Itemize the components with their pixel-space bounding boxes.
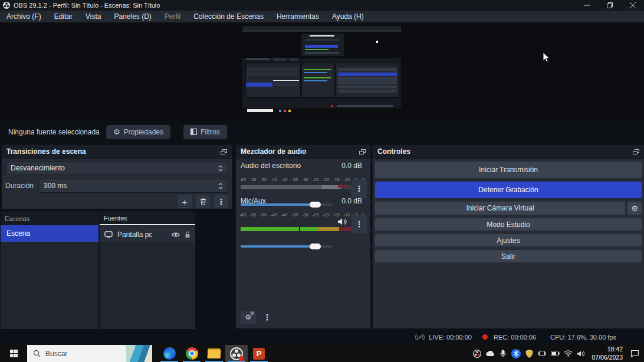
search-highlight-image[interactable] <box>126 345 152 362</box>
menu-archivo[interactable]: Archivo (F) <box>0 11 48 22</box>
menu-ayuda[interactable]: Ayuda (H) <box>326 11 370 22</box>
speaker-icon[interactable] <box>337 218 348 226</box>
source-name: Pantalla pc <box>117 231 167 239</box>
start-virtual-camera-button[interactable]: Iniciar Cámara Virtual <box>375 202 625 215</box>
menu-coleccion-escenas[interactable]: Colección de Escenas <box>187 11 270 22</box>
tick: -50 <box>260 177 267 182</box>
properties-button[interactable]: ⚙ Propiedades <box>106 125 170 139</box>
restore-button[interactable] <box>598 0 621 11</box>
tick: -45 <box>271 212 277 218</box>
popout-icon[interactable] <box>221 149 227 154</box>
scenes-header[interactable]: Escenas <box>1 212 98 225</box>
chevron-updown-icon[interactable] <box>218 165 223 172</box>
window-title: OBS 29.1.2 - Perfil: Sin Título - Escena… <box>14 2 160 9</box>
mute-speaker-icon[interactable] <box>337 182 348 190</box>
remove-transition-button[interactable] <box>196 195 210 208</box>
kebab-icon: ⋮ <box>355 185 363 193</box>
tick: -15 <box>333 177 340 182</box>
mic-channel-menu-button[interactable]: ⋮ <box>351 215 367 233</box>
menu-perfil[interactable]: Perfil <box>158 11 187 22</box>
add-transition-button[interactable]: + <box>178 195 192 208</box>
cpu-status: CPU: 17.6%, 30.00 fps <box>550 334 616 341</box>
mixer-header[interactable]: Mezclador de audio <box>236 145 370 159</box>
studio-mode-button[interactable]: Modo Estudio <box>375 218 642 231</box>
popout-icon[interactable] <box>633 149 639 154</box>
no-source-label: Ninguna fuente seleccionada <box>8 128 103 136</box>
taskbar-chrome-icon[interactable] <box>180 345 203 362</box>
menu-paneles[interactable]: Paneles (D) <box>108 11 158 22</box>
tray-capture-icon[interactable] <box>537 349 547 358</box>
kebab-icon: ⋮ <box>355 220 363 228</box>
tray-volume-icon[interactable] <box>576 349 586 358</box>
mic-audio-meter <box>241 227 362 231</box>
tray-onedrive-icon[interactable] <box>485 349 495 358</box>
taskbar-explorer-icon[interactable] <box>203 345 225 362</box>
action-center-icon[interactable] <box>630 349 639 358</box>
source-toolbar: Ninguna fuente seleccionada ⚙ Propiedade… <box>0 121 644 143</box>
eye-icon[interactable] <box>172 232 180 238</box>
menu-herramientas[interactable]: Herramientas <box>270 11 326 22</box>
sources-header[interactable]: Fuentes <box>100 212 195 225</box>
controls-header[interactable]: Controles <box>373 145 644 159</box>
tray-battery-icon[interactable] <box>550 349 560 358</box>
start-button[interactable] <box>0 345 27 362</box>
search-placeholder: Buscar <box>45 350 67 358</box>
taskbar-obs-icon[interactable] <box>225 345 248 362</box>
live-status: LIVE: 00:00:00 <box>429 334 472 341</box>
filters-label: Filtros <box>201 128 220 136</box>
tick: -35 <box>291 212 298 218</box>
advanced-audio-button[interactable]: ⚙ ⚙ <box>241 311 256 324</box>
preview-screen[interactable] <box>242 26 401 113</box>
broadcast-icon <box>415 334 425 341</box>
tick: -20 <box>323 177 329 182</box>
minimize-button[interactable] <box>575 0 598 11</box>
unlock-icon[interactable] <box>185 231 190 238</box>
mixer-menu-button[interactable]: ⋮ <box>262 311 272 324</box>
popout-icon[interactable] <box>359 149 366 154</box>
taskbar-powerpoint-icon[interactable]: P <box>248 345 270 362</box>
start-streaming-button[interactable]: Iniciar Transmisión <box>375 162 642 178</box>
tray-obs-icon[interactable] <box>472 349 482 358</box>
tick: -15 <box>333 212 340 218</box>
duration-spinbox[interactable]: 300 ms <box>38 179 228 193</box>
scene-name: Escena <box>6 229 30 238</box>
search-icon <box>33 350 41 357</box>
spin-updown-icon[interactable] <box>218 183 223 189</box>
preview-zone <box>0 22 644 121</box>
stop-recording-button[interactable]: Detener Grabación <box>375 182 642 198</box>
mic-volume-slider[interactable] <box>241 245 333 248</box>
close-button[interactable] <box>621 0 644 11</box>
taskbar-edge-icon[interactable] <box>158 345 180 362</box>
obs-window: OBS 29.1.2 - Perfil: Sin Título - Escena… <box>0 0 644 362</box>
tray-microphone-icon[interactable] <box>498 349 508 358</box>
transitions-panel-header[interactable]: Transiciones de escena <box>2 145 232 159</box>
tick: -25 <box>313 212 319 218</box>
source-list-item[interactable]: Pantalla pc <box>100 226 195 242</box>
exit-button[interactable]: Salir <box>375 250 642 262</box>
menu-vista[interactable]: Vista <box>79 11 107 22</box>
taskbar-clock[interactable]: 18:42 07/06/2023 <box>592 345 623 361</box>
tray-wifi-icon[interactable] <box>563 349 573 358</box>
duration-label: Duración <box>5 182 34 190</box>
virtual-camera-settings-button[interactable]: ⚙ <box>627 202 642 215</box>
scene-list-item[interactable]: Escena <box>1 225 98 242</box>
tick: -50 <box>260 212 267 218</box>
desktop-channel-menu-button[interactable]: ⋮ <box>351 179 367 198</box>
mouse-cursor <box>543 52 550 63</box>
tray-bluetooth-icon[interactable] <box>511 349 521 358</box>
transition-select[interactable]: Desvanecimiento <box>5 161 228 175</box>
tick: -10 <box>344 212 350 218</box>
tick: -25 <box>313 177 319 182</box>
settings-button[interactable]: Ajustes <box>375 234 642 246</box>
taskbar-search-input[interactable]: Buscar <box>27 345 152 362</box>
tick: -30 <box>302 212 308 218</box>
tick: -55 <box>250 212 257 218</box>
menu-editar[interactable]: Editar <box>48 11 79 22</box>
sources-panel: Fuentes Pantalla pc + ⚙ <box>99 211 196 345</box>
filters-button[interactable]: Filtros <box>183 125 227 139</box>
duration-value: 300 ms <box>44 182 67 190</box>
slider-handle[interactable] <box>310 243 321 249</box>
tray-defender-icon[interactable] <box>524 349 534 358</box>
transitions-title: Transiciones de escena <box>6 147 86 156</box>
transition-menu-button[interactable]: ⋮ <box>214 195 228 208</box>
